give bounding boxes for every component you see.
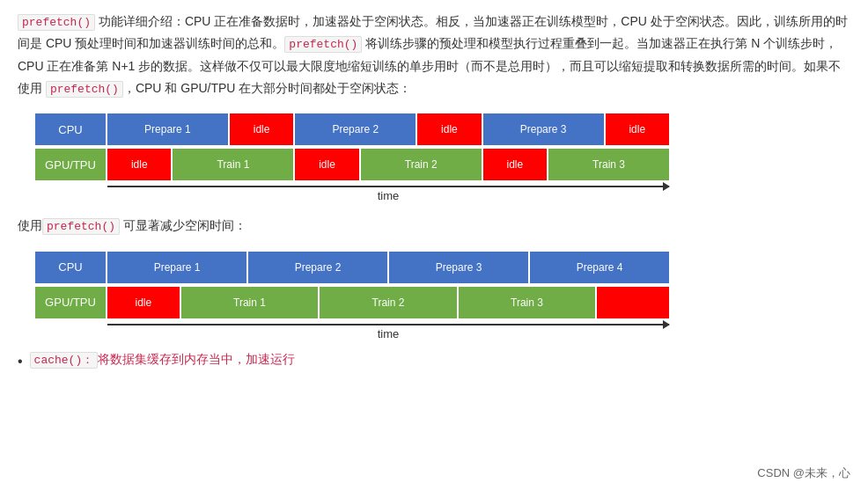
block2-train1: Train 1 bbox=[181, 287, 319, 318]
diagram2-cpu-blocks: Prepare 1 Prepare 2 Prepare 3 Prepare 4 bbox=[107, 252, 669, 283]
code-prefetch-2: prefetch() bbox=[284, 36, 362, 53]
block2-gpu-idle2 bbox=[597, 287, 669, 318]
intro-text-3: ，CPU 和 GPU/TPU 在大部分时间都处于空闲状态： bbox=[123, 81, 411, 95]
bullet-code: cache()： bbox=[30, 352, 99, 369]
section-text-after: 可显著减少空闲时间： bbox=[120, 218, 246, 232]
diagram1-gpu-label: GPU/TPU bbox=[35, 149, 106, 180]
diagram2-time-row bbox=[35, 324, 669, 325]
diagram1-container: CPU Prepare 1 idle Prepare 2 idle Prepar… bbox=[18, 113, 850, 202]
block-idle1: idle bbox=[230, 113, 293, 145]
block-train1: Train 1 bbox=[173, 149, 293, 180]
diagram1-gpu-row: GPU/TPU idle Train 1 idle Train 2 idle T… bbox=[35, 149, 669, 180]
diagram2-time-line bbox=[107, 324, 669, 325]
block2-prepare4: Prepare 4 bbox=[530, 252, 669, 283]
block-idle3: idle bbox=[606, 113, 669, 145]
diagram1-cpu-row: CPU Prepare 1 idle Prepare 2 idle Prepar… bbox=[35, 113, 669, 145]
footer-text: CSDN @未来，心 bbox=[757, 466, 850, 479]
block2-prepare2: Prepare 2 bbox=[248, 252, 387, 283]
block-gpu-idle3: idle bbox=[483, 149, 547, 180]
code-prefetch-1: prefetch() bbox=[18, 14, 95, 31]
footer: CSDN @未来，心 bbox=[757, 465, 850, 481]
bullet-content: cache()：将数据集缓存到内存当中，加速运行 bbox=[30, 349, 296, 370]
diagram1-time-label: time bbox=[35, 189, 669, 202]
section-text-before: 使用 bbox=[18, 218, 42, 232]
bullet-cache: • cache()：将数据集缓存到内存当中，加速运行 bbox=[18, 349, 850, 373]
intro-paragraph: prefetch() 功能详细介绍：CPU 正在准备数据时，加速器处于空闲状态。… bbox=[18, 11, 850, 99]
bullet-dot: • bbox=[18, 349, 23, 373]
block-prepare1: Prepare 1 bbox=[107, 113, 228, 145]
diagram2-gpu-label: GPU/TPU bbox=[35, 287, 106, 318]
section-prefetch-label: 使用prefetch() 可显著减少空闲时间： bbox=[18, 215, 850, 237]
block-train2: Train 2 bbox=[361, 149, 482, 180]
diagram2-gpu-blocks: idle Train 1 Train 2 Train 3 bbox=[107, 287, 669, 318]
block2-prepare1: Prepare 1 bbox=[107, 252, 246, 283]
diagram2-cpu-label: CPU bbox=[35, 252, 106, 283]
diagram1-time-line bbox=[107, 186, 669, 187]
code-prefetch-3: prefetch() bbox=[46, 81, 123, 98]
bullet-text: 将数据集缓存到内存当中，加速运行 bbox=[98, 352, 295, 366]
diagram1: CPU Prepare 1 idle Prepare 2 idle Prepar… bbox=[35, 113, 669, 180]
diagram1-gpu-blocks: idle Train 1 idle Train 2 idle Train 3 bbox=[107, 149, 669, 180]
diagram1-time-row bbox=[35, 186, 669, 187]
block-prepare2: Prepare 2 bbox=[295, 113, 416, 145]
block2-prepare3: Prepare 3 bbox=[389, 252, 528, 283]
diagram2-time-label: time bbox=[35, 327, 669, 340]
block-prepare3: Prepare 3 bbox=[483, 113, 604, 145]
block2-train3: Train 3 bbox=[459, 287, 596, 318]
block-gpu-idle2: idle bbox=[295, 149, 358, 180]
diagram1-cpu-blocks: Prepare 1 idle Prepare 2 idle Prepare 3 … bbox=[107, 113, 669, 145]
block2-gpu-idle1: idle bbox=[107, 287, 180, 318]
diagram2: CPU Prepare 1 Prepare 2 Prepare 3 Prepar… bbox=[35, 252, 669, 318]
diagram2-cpu-row: CPU Prepare 1 Prepare 2 Prepare 3 Prepar… bbox=[35, 252, 669, 283]
block-idle2: idle bbox=[417, 113, 481, 145]
diagram1-cpu-label: CPU bbox=[35, 113, 106, 145]
diagram2-gpu-row: GPU/TPU idle Train 1 Train 2 Train 3 bbox=[35, 287, 669, 318]
diagram2-container: CPU Prepare 1 Prepare 2 Prepare 3 Prepar… bbox=[18, 252, 850, 340]
block-train3: Train 3 bbox=[548, 149, 669, 180]
block-gpu-idle1: idle bbox=[107, 149, 171, 180]
section-code: prefetch() bbox=[42, 218, 120, 235]
block2-train2: Train 2 bbox=[320, 287, 457, 318]
